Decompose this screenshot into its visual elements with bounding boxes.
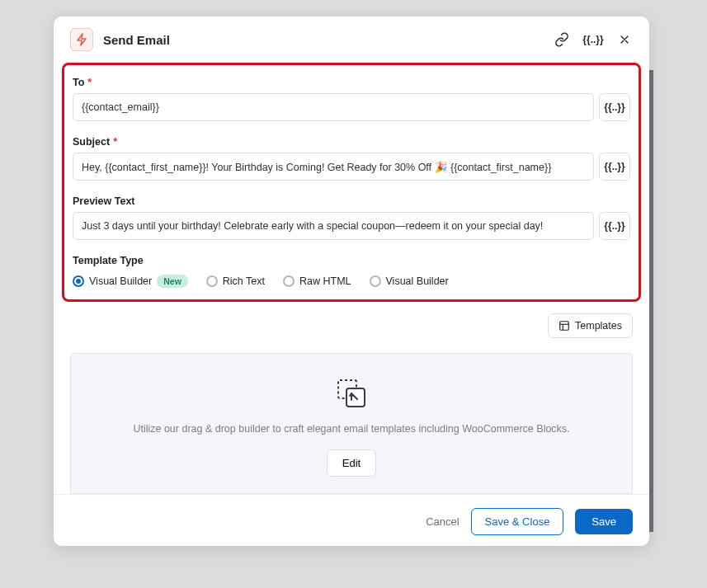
merge-tag-header-icon[interactable]: {{..}} [585, 31, 601, 48]
to-merge-tag-button[interactable]: {{..}} [599, 93, 630, 121]
radio-icon [370, 275, 381, 287]
builder-description: Utilize our drag & drop builder to craft… [87, 423, 615, 435]
subject-merge-tag-button[interactable]: {{..}} [599, 153, 630, 181]
radio-label: Visual Builder [386, 275, 449, 287]
close-icon[interactable] [616, 31, 633, 48]
templates-icon [559, 320, 570, 332]
subject-input[interactable] [73, 153, 594, 181]
preview-input[interactable] [73, 212, 594, 240]
to-field-group: To * {{..}} [73, 77, 630, 121]
modal-header: Send Email {{..}} [54, 16, 649, 63]
to-required: * [87, 77, 92, 88]
save-close-button[interactable]: Save & Close [471, 508, 564, 535]
send-email-modal: Send Email {{..}} To * {{..}} Subject [54, 16, 649, 546]
templates-button-label: Templates [575, 320, 622, 332]
radio-visual-builder[interactable]: Visual Builder [370, 275, 449, 287]
template-type-group: Template Type Visual Builder New Rich Te… [73, 255, 630, 288]
templates-area: Templates Utilize our drag & drop builde… [54, 302, 649, 494]
subject-field-group: Subject * {{..}} [73, 136, 630, 181]
builder-panel: Utilize our drag & drop builder to craft… [70, 353, 633, 494]
radio-label: Raw HTML [299, 275, 351, 287]
radio-icon [73, 275, 84, 287]
preview-merge-tag-button[interactable]: {{..}} [599, 212, 630, 240]
highlighted-fields-box: To * {{..}} Subject * {{..}} Preview Tex… [62, 63, 641, 302]
subject-label-text: Subject [73, 136, 110, 148]
radio-label: Visual Builder [89, 275, 152, 287]
builder-icon [87, 379, 615, 412]
preview-field-group: Preview Text {{..}} [73, 195, 630, 240]
modal-footer: Cancel Save & Close Save [54, 494, 649, 546]
radio-rich-text[interactable]: Rich Text [206, 275, 265, 287]
link-icon[interactable] [554, 31, 570, 48]
to-label: To * [73, 77, 630, 88]
modal-title: Send Email [103, 33, 544, 47]
edit-button[interactable]: Edit [327, 449, 376, 477]
subject-label: Subject * [73, 136, 630, 148]
radio-icon [206, 275, 218, 287]
radio-label: Rich Text [223, 275, 265, 287]
to-label-text: To [73, 77, 84, 88]
radio-raw-html[interactable]: Raw HTML [283, 275, 351, 287]
radio-visual-builder-new[interactable]: Visual Builder New [73, 275, 188, 288]
svg-rect-0 [560, 322, 569, 331]
template-type-label-text: Template Type [73, 255, 144, 266]
header-actions: {{..}} [554, 31, 633, 48]
background-sidebar-strip [649, 70, 653, 532]
to-input[interactable] [73, 93, 594, 121]
templates-button[interactable]: Templates [548, 313, 633, 338]
radio-icon [283, 275, 295, 287]
cancel-button[interactable]: Cancel [426, 515, 459, 528]
save-button[interactable]: Save [575, 509, 633, 534]
subject-required: * [113, 136, 117, 148]
template-type-label: Template Type [73, 255, 630, 266]
lightning-icon [70, 28, 93, 51]
template-type-options: Visual Builder New Rich Text Raw HTML Vi… [73, 275, 630, 288]
preview-label-text: Preview Text [73, 195, 135, 207]
preview-label: Preview Text [73, 195, 630, 207]
new-badge: New [157, 275, 188, 288]
